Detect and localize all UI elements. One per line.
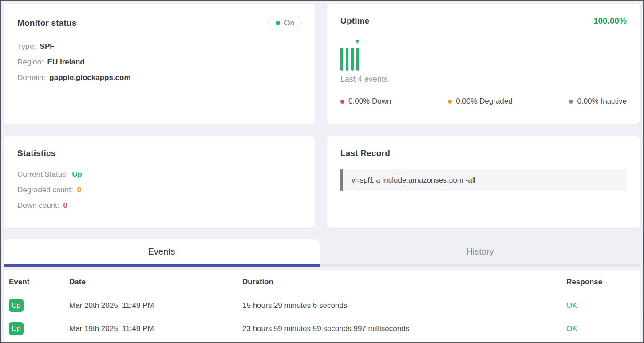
spf-record-text: v=spf1 a include:amazonses.com -all [352, 176, 475, 185]
degraded-count-value: 0 [77, 186, 81, 195]
table-header-row: Event Date Duration Response [4, 270, 640, 294]
inactive-tab-track [320, 264, 640, 267]
uptime-bar [340, 48, 343, 71]
type-value: SPF [40, 42, 55, 51]
event-duration: 23 hours 59 minutes 59 seconds 997 milli… [237, 324, 561, 333]
monitor-status-title: Monitor status [17, 18, 77, 28]
down-count-label: Down count: [17, 201, 59, 210]
last-record-title: Last Record [340, 148, 627, 158]
up-status-badge: Up [9, 299, 24, 312]
monitor-type-field: Type: SPF [17, 39, 302, 54]
legend-degraded-label: 0.00% Degraded [456, 97, 513, 106]
degraded-count-label: Degraded count: [17, 186, 73, 195]
uptime-bar [351, 48, 354, 71]
legend-down-label: 0.00% Down [348, 97, 391, 106]
monitor-dashboard: Monitor status On Type: SPF Region: EU I… [0, 0, 644, 343]
header-duration: Duration [237, 278, 561, 287]
domain-value: gappie.glockapps.com [49, 73, 130, 82]
region-label: Region: [17, 58, 43, 67]
table-row: Up Mar 19th 2025, 11:49 PM 23 hours 59 m… [4, 317, 640, 340]
statistics-card: Statistics Current Status: Up Degraded c… [4, 136, 316, 228]
down-count-field: Down count: 0 [17, 198, 302, 213]
statistics-title: Statistics [17, 148, 302, 158]
header-response: Response [561, 278, 640, 287]
tab-events-label: Events [148, 247, 175, 257]
down-count-value: 0 [63, 201, 67, 210]
uptime-bars [340, 48, 627, 71]
monitor-status-card: Monitor status On Type: SPF Region: EU I… [4, 4, 316, 124]
last-record-card: Last Record v=spf1 a include:amazonses.c… [327, 136, 640, 228]
uptime-legend: 0.00% Down 0.00% Degraded 0.00% Inactive [340, 97, 627, 106]
uptime-minichart: Last 4 events [340, 40, 627, 84]
legend-item-inactive: 0.00% Inactive [569, 97, 627, 106]
current-event-marker-icon [355, 40, 360, 44]
monitor-on-label: On [284, 19, 294, 28]
event-response: OK [561, 301, 640, 310]
legend-inactive-label: 0.00% Inactive [577, 97, 627, 106]
table-row: Up Mar 20th 2025, 11:49 PM 15 hours 29 m… [4, 294, 640, 317]
up-status-badge: Up [9, 322, 24, 335]
uptime-card: Uptime 100.00% Last 4 events 0.00% Down … [327, 4, 640, 124]
header-event: Event [4, 278, 64, 287]
event-date: Mar 19th 2025, 11:49 PM [64, 324, 237, 333]
legend-item-degraded: 0.00% Degraded [448, 97, 513, 106]
event-date: Mar 20th 2025, 11:49 PM [64, 301, 237, 310]
tabs-bar: Events History [4, 239, 640, 267]
tab-history[interactable]: History [320, 239, 640, 264]
header-date: Date [64, 278, 237, 287]
domain-label: Domain: [17, 73, 45, 82]
event-response: OK [561, 324, 640, 333]
uptime-bar [346, 48, 348, 71]
tab-events[interactable]: Events [4, 239, 320, 264]
legend-item-down: 0.00% Down [340, 97, 391, 106]
uptime-title: Uptime [340, 16, 370, 26]
current-status-field: Current Status: Up [17, 167, 302, 182]
monitor-region-field: Region: EU Ireland [17, 54, 302, 70]
spf-record-block: v=spf1 a include:amazonses.com -all [340, 169, 627, 191]
status-on-dot-icon [276, 21, 280, 25]
degraded-dot-icon [448, 100, 452, 104]
tab-history-label: History [466, 247, 494, 257]
monitor-domain-field: Domain: gappie.glockapps.com [17, 70, 302, 85]
event-duration: 15 hours 29 minutes 6 seconds [237, 301, 561, 310]
current-status-value: Up [72, 170, 82, 179]
uptime-percent-value: 100.00% [593, 16, 627, 26]
region-value: EU Ireland [47, 58, 85, 67]
uptime-bar [356, 48, 359, 71]
type-label: Type: [17, 42, 36, 51]
inactive-dot-icon [569, 100, 573, 104]
current-status-label: Current Status: [17, 170, 68, 179]
degraded-count-field: Degraded count: 0 [17, 182, 302, 198]
down-dot-icon [340, 100, 344, 104]
uptime-caption: Last 4 events [340, 75, 627, 84]
active-tab-indicator [4, 264, 320, 267]
monitor-on-toggle[interactable]: On [268, 16, 302, 30]
events-table: Event Date Duration Response Up Mar 20th… [4, 270, 640, 342]
